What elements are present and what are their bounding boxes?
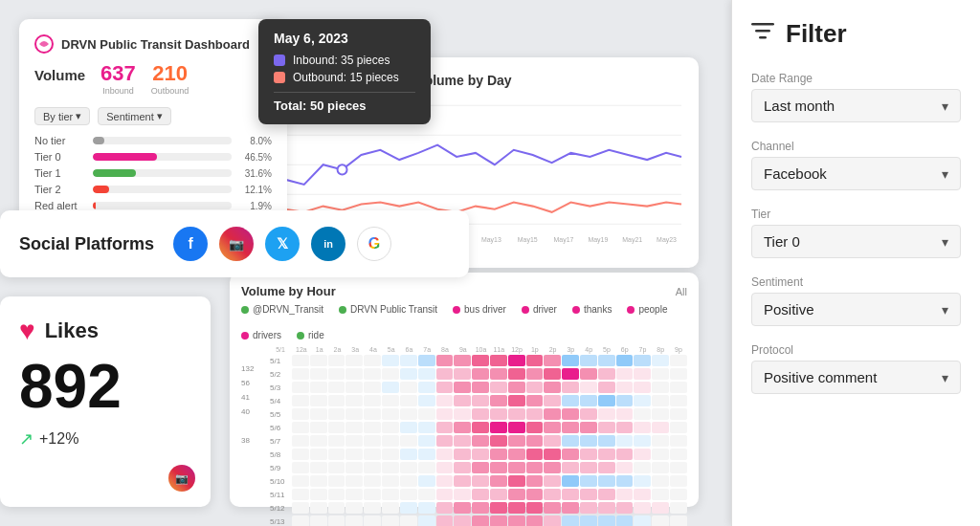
heatmap-cell[interactable] — [345, 422, 363, 433]
heatmap-cell[interactable] — [508, 355, 525, 366]
heatmap-cell[interactable] — [652, 382, 669, 393]
heatmap-cell[interactable] — [364, 355, 381, 366]
heatmap-cell[interactable] — [652, 462, 669, 473]
heatmap-cell[interactable] — [544, 395, 561, 406]
heatmap-cell[interactable] — [562, 475, 579, 487]
heatmap-cell[interactable] — [436, 408, 454, 420]
sentiment-chip[interactable]: Sentiment ▾ — [98, 107, 171, 125]
heatmap-cell[interactable] — [364, 395, 381, 406]
heatmap-cell[interactable] — [400, 502, 417, 514]
heatmap-cell[interactable] — [490, 475, 507, 487]
heatmap-cell[interactable] — [472, 355, 489, 366]
heatmap-cell[interactable] — [345, 368, 363, 380]
heatmap-cell[interactable] — [292, 422, 309, 433]
heatmap-cell[interactable] — [598, 502, 615, 514]
heatmap-cell[interactable] — [364, 475, 381, 487]
heatmap-cell[interactable] — [400, 382, 417, 393]
heatmap-cell[interactable] — [526, 355, 544, 366]
heatmap-cell[interactable] — [345, 502, 363, 514]
heatmap-cell[interactable] — [598, 422, 615, 433]
heatmap-cell[interactable] — [400, 449, 417, 460]
heatmap-cell[interactable] — [400, 489, 417, 500]
heatmap-cell[interactable] — [345, 395, 363, 406]
heatmap-cell[interactable] — [472, 368, 489, 380]
heatmap-cell[interactable] — [310, 368, 327, 380]
heatmap-cell[interactable] — [310, 355, 327, 366]
heatmap-cell[interactable] — [454, 355, 471, 366]
heatmap-cell[interactable] — [526, 515, 544, 526]
heatmap-cell[interactable] — [526, 489, 544, 500]
heatmap-cell[interactable] — [292, 462, 309, 473]
heatmap-cell[interactable] — [436, 368, 454, 380]
heatmap-cell[interactable] — [345, 475, 363, 487]
heatmap-cell[interactable] — [472, 462, 489, 473]
heatmap-cell[interactable] — [670, 462, 687, 473]
heatmap-cell[interactable] — [310, 475, 327, 487]
heatmap-cell[interactable] — [364, 435, 381, 447]
heatmap-cell[interactable] — [580, 382, 597, 393]
heatmap-cell[interactable] — [400, 395, 417, 406]
heatmap-cell[interactable] — [328, 449, 345, 460]
heatmap-cell[interactable] — [562, 395, 579, 406]
heatmap-cell[interactable] — [634, 382, 651, 393]
instagram-icon[interactable]: 📷 — [219, 227, 254, 261]
google-icon[interactable]: G — [357, 227, 391, 261]
heatmap-cell[interactable] — [436, 462, 454, 473]
heatmap-cell[interactable] — [418, 515, 435, 526]
heatmap-cell[interactable] — [508, 475, 525, 487]
twitter-icon[interactable]: 𝕏 — [265, 227, 300, 261]
heatmap-cell[interactable] — [526, 422, 544, 433]
heatmap-cell[interactable] — [652, 502, 669, 514]
heatmap-cell[interactable] — [364, 449, 381, 460]
heatmap-cell[interactable] — [418, 382, 435, 393]
heatmap-cell[interactable] — [418, 435, 435, 447]
heatmap-cell[interactable] — [562, 515, 579, 526]
heatmap-cell[interactable] — [616, 515, 634, 526]
heatmap-cell[interactable] — [526, 368, 544, 380]
heatmap-cell[interactable] — [544, 382, 561, 393]
heatmap-cell[interactable] — [562, 462, 579, 473]
heatmap-cell[interactable] — [292, 435, 309, 447]
heatmap-cell[interactable] — [418, 502, 435, 514]
heatmap-cell[interactable] — [652, 435, 669, 447]
heatmap-cell[interactable] — [544, 408, 561, 420]
heatmap-cell[interactable] — [364, 502, 381, 514]
heatmap-cell[interactable] — [562, 502, 579, 514]
heatmap-cell[interactable] — [472, 502, 489, 514]
heatmap-cell[interactable] — [526, 475, 544, 487]
heatmap-cell[interactable] — [292, 515, 309, 526]
heatmap-cell[interactable] — [490, 435, 507, 447]
heatmap-cell[interactable] — [400, 422, 417, 433]
heatmap-cell[interactable] — [454, 515, 471, 526]
heatmap-cell[interactable] — [616, 382, 634, 393]
heatmap-cell[interactable] — [562, 435, 579, 447]
heatmap-cell[interactable] — [670, 515, 687, 526]
heatmap-cell[interactable] — [454, 449, 471, 460]
heatmap-cell[interactable] — [310, 489, 327, 500]
heatmap-cell[interactable] — [292, 368, 309, 380]
heatmap-cell[interactable] — [345, 435, 363, 447]
heatmap-cell[interactable] — [616, 475, 634, 487]
heatmap-cell[interactable] — [562, 489, 579, 500]
heatmap-cell[interactable] — [508, 408, 525, 420]
heatmap-cell[interactable] — [490, 355, 507, 366]
heatmap-cell[interactable] — [382, 502, 399, 514]
heatmap-cell[interactable] — [508, 395, 525, 406]
heatmap-cell[interactable] — [652, 515, 669, 526]
heatmap-cell[interactable] — [616, 502, 634, 514]
heatmap-cell[interactable] — [598, 382, 615, 393]
heatmap-cell[interactable] — [382, 515, 399, 526]
linkedin-icon[interactable]: in — [311, 227, 345, 261]
heatmap-cell[interactable] — [652, 449, 669, 460]
heatmap-cell[interactable] — [544, 489, 561, 500]
heatmap-cell[interactable] — [328, 515, 345, 526]
heatmap-cell[interactable] — [454, 502, 471, 514]
heatmap-cell[interactable] — [598, 475, 615, 487]
heatmap-cell[interactable] — [670, 355, 687, 366]
heatmap-cell[interactable] — [652, 355, 669, 366]
heatmap-cell[interactable] — [364, 368, 381, 380]
heatmap-cell[interactable] — [345, 449, 363, 460]
heatmap-cell[interactable] — [580, 368, 597, 380]
heatmap-cell[interactable] — [634, 475, 651, 487]
heatmap-cell[interactable] — [345, 462, 363, 473]
